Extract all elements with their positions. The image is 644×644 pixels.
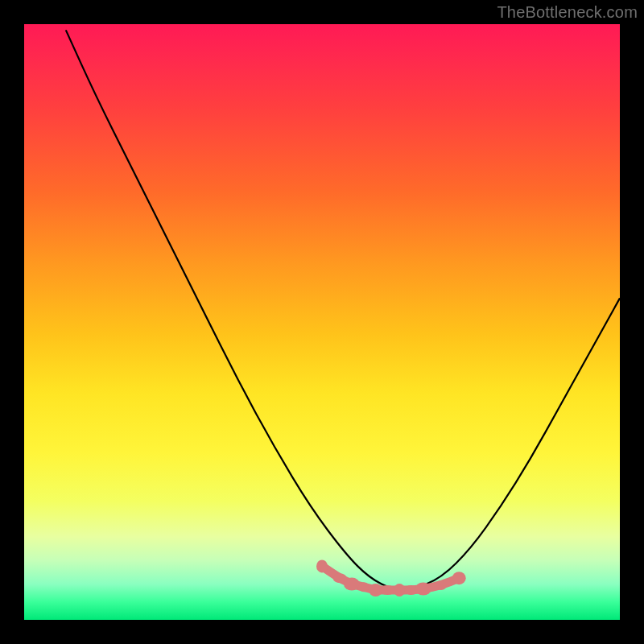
left-curve bbox=[66, 30, 411, 590]
trough-markers bbox=[316, 559, 466, 597]
trough-marker bbox=[344, 578, 360, 591]
right-curve bbox=[411, 298, 620, 590]
trough-marker bbox=[436, 580, 447, 590]
chart-svg bbox=[24, 24, 620, 620]
plot-area bbox=[24, 24, 620, 620]
trough-marker bbox=[415, 583, 431, 596]
trough-marker bbox=[394, 584, 405, 597]
trough-marker bbox=[316, 559, 328, 572]
trough-marker bbox=[379, 585, 395, 595]
watermark-text: TheBottleneck.com bbox=[497, 3, 638, 22]
trough-marker bbox=[452, 572, 466, 584]
trough-marker bbox=[358, 582, 369, 592]
chart-stage: TheBottleneck.com bbox=[0, 0, 644, 644]
